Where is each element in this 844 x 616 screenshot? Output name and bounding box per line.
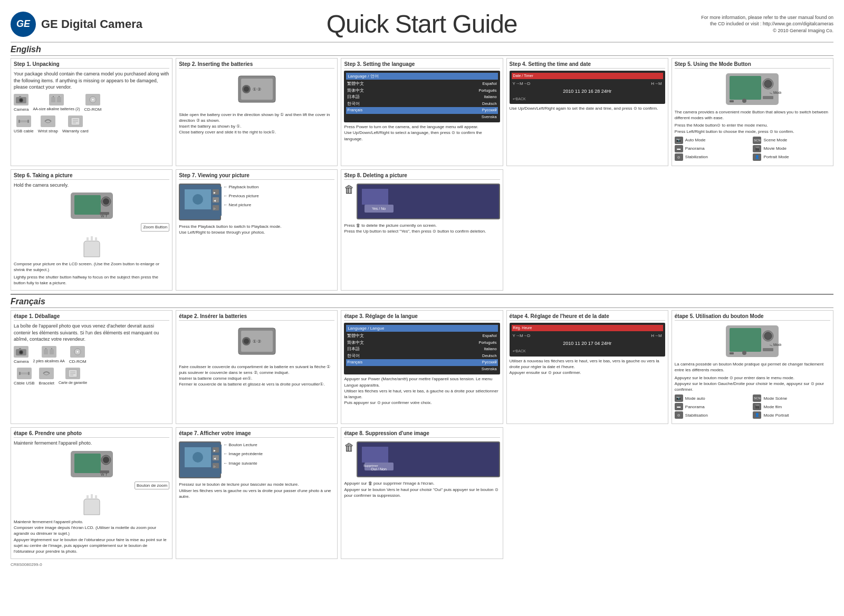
svg-point-2 [20, 99, 23, 101]
etape2-body: Faire coulisser le couvercle du comparti… [179, 364, 334, 388]
svg-point-95 [193, 452, 203, 463]
svg-rect-10 [20, 120, 28, 122]
step1-items2: USB cable Wrist strap Warr [14, 116, 169, 134]
fr-film-icon: 🎬 [753, 403, 761, 410]
etape3-body: Appuyer sur Power (Marche/arrêt) pour me… [344, 376, 500, 406]
mode-scene: SCN Scene Mode [753, 137, 830, 144]
movie-mode-icon: 🎬 [753, 145, 761, 152]
step5-content: Mode The camera provides a convenient mo… [675, 71, 830, 161]
footer: CR8S0080299-0 [11, 562, 833, 567]
fr-batteries-icon [42, 346, 56, 358]
step4-date-screen: Date / Timer Y→M→DH→M 2010 11 20 16 28 2… [510, 71, 665, 104]
fr-item-bracelet: Bracelet [39, 368, 54, 386]
camera-icon [14, 94, 28, 105]
fr-panorama-icon: ▬ [675, 403, 683, 410]
step7-callouts: ← Playback button ← Previous picture ← N… [223, 182, 259, 208]
date-screen-title: Date / Timer [512, 73, 663, 79]
etape2-box: étape 2. Insérer la batteries ① ② Faire … [176, 310, 338, 424]
svg-rect-64 [19, 372, 21, 375]
fr-item-batteries-label: 2 piles alcalines AA [33, 359, 64, 364]
callout-playback: ← Playback button [223, 184, 259, 190]
etape4-title: étape 4. Réglage de l'heure et de la dat… [510, 313, 665, 321]
etape1-body: La boîte de l'appareil photo que vous ve… [14, 323, 169, 343]
step2-body: Slide open the battery cover in the dire… [179, 112, 334, 136]
scene-mode-label: Scene Mode [763, 137, 787, 143]
svg-rect-28 [730, 100, 734, 102]
svg-rect-50 [362, 189, 388, 205]
cdrom-icon [85, 94, 100, 105]
callout-next: ← Next picture [223, 202, 259, 208]
etape6-zoom-label: Bouton de zoom [14, 482, 169, 489]
step6-zoom-label: Zoom Button [14, 223, 169, 231]
fr-auto-icon: 📷 [675, 394, 683, 402]
fr-lang-fr: FrançaisРусский [346, 359, 497, 366]
etape8-body: Appuyer sur 🗑 pour supprimer l'image à l… [344, 480, 500, 498]
fr-stab-icon: ◎ [675, 411, 683, 419]
svg-text:Yes / No: Yes / No [372, 207, 386, 210]
svg-rect-56 [19, 348, 21, 349]
etape8-content: 🗑 Supprimer Oui / Non Appuyer sur 🗑 po [344, 440, 500, 498]
header-left: GE GE Digital Camera [11, 12, 142, 37]
etape5-intro: La caméra possède un bouton Mode pratiqu… [675, 361, 830, 373]
step5-box: Step 5. Using the Mode Button Mode [672, 58, 833, 166]
fr-lang-jp: 日本語Italiano [346, 346, 497, 353]
fr-item-camera-label: Camera [14, 359, 28, 364]
fr-mode-stab: ◎ Stabilisation [675, 411, 752, 419]
fr-camera-icon [14, 346, 28, 358]
etape5-body: Appuyez sur le bouton mode ⊙ pour entrer… [675, 375, 830, 393]
fr-portrait-icon: 👤 [753, 411, 761, 419]
strap-icon [41, 116, 55, 127]
info-line3: © 2010 General Imaging Co. [773, 28, 833, 33]
svg-text:Mode: Mode [773, 91, 781, 94]
item-camera-label: Camera [14, 107, 28, 112]
english-section: English Step 1. Unpacking Your package s… [11, 45, 833, 291]
svg-rect-11 [18, 120, 20, 123]
fr-portrait-label: Mode Portrait [763, 412, 789, 418]
portrait-icon: 👤 [753, 153, 761, 161]
etape6-camera-img: W T [14, 448, 169, 480]
item-usb-label: USB cable [14, 128, 34, 134]
svg-rect-65 [28, 372, 30, 375]
svg-point-73 [244, 339, 249, 344]
fr-scene-icon: SCN [753, 394, 761, 402]
svg-rect-60 [51, 348, 52, 349]
callout-prev: ← Previous picture [223, 193, 259, 199]
step7-content: ▶ ◀ ▷ ← Playback button ← Previous pictu… [179, 182, 334, 236]
step6-content: Hold the camera securely. W T Zoom But [14, 182, 169, 286]
fr-lang-zh-tw: 繁體中文Español [346, 333, 497, 340]
etape5-title: étape 5. Utilisation du bouton Mode [675, 313, 830, 321]
fr-item-camera: Camera [14, 346, 28, 364]
fr-usb-icon [17, 368, 32, 379]
step6-title: Step 6. Taking a picture [14, 172, 169, 180]
step6-camera-img: W T [14, 190, 169, 222]
step1-title: Step 1. Unpacking [14, 61, 169, 69]
fr-lang-sv: Svenska [346, 366, 497, 373]
etape7-content: ▶ ◀ ▷ ← Bouton Lecture ← Image précédent… [179, 440, 334, 499]
etape3-content: Language / Langue 繁體中文Español 简体中文Portug… [344, 323, 500, 406]
svg-rect-85 [74, 454, 101, 473]
fr-callout-next: ← Image suivante [223, 460, 263, 466]
step8-content: 🗑 Yes / No Press 🗑 to delete the picture… [344, 182, 500, 235]
movie-mode-label: Movie Mode [763, 146, 787, 151]
svg-text:◀: ◀ [214, 199, 216, 202]
etape1-items: Camera 2 piles alcalines AA [14, 346, 169, 364]
delete-bin-icon: 🗑 [344, 182, 354, 197]
svg-text:▷: ▷ [214, 465, 216, 468]
etape1-items2: Câble USB Bracelet Carte d [14, 368, 169, 386]
fr-scene-label: Mode Scène [763, 396, 787, 401]
lang-item-zh-cn: 简体中文Português [346, 88, 497, 94]
svg-text:① ②: ① ② [253, 339, 261, 344]
step8-title: Step 8. Deleting a picture [344, 172, 500, 180]
etape5-content: Mode La caméra possède un bouton Mode pr… [675, 323, 830, 419]
etape7-title: étape 7. Afficher votre image [179, 430, 334, 438]
page: GE GE Digital Camera Quick Start Guide F… [11, 0, 833, 572]
svg-point-87 [103, 457, 109, 463]
etape1-box: étape 1. Déballage La boîte de l'apparei… [11, 310, 172, 424]
item-camera: Camera [14, 94, 28, 112]
svg-text:W   T: W T [101, 214, 108, 218]
etape3-title: étape 3. Réglage de la langue [344, 313, 500, 321]
step3-content: Language / 언어 繁體中文Español 简体中文Português … [344, 71, 500, 142]
svg-rect-23 [730, 76, 761, 100]
step2-content: ① ② Slide open the battery cover in the … [179, 71, 334, 135]
svg-rect-58 [45, 348, 46, 349]
